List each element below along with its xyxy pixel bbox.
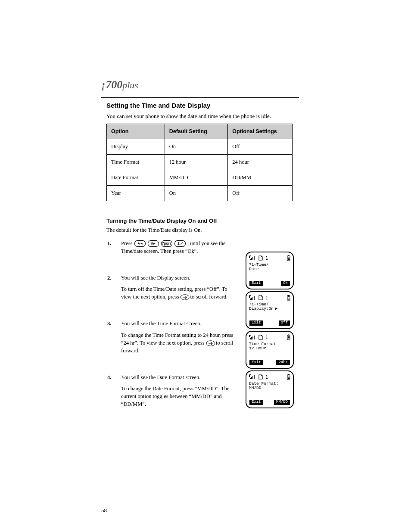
table-row: Time Format12 hour24 hour: [107, 154, 293, 170]
battery-icon: [287, 255, 290, 261]
svg-rect-10: [288, 298, 290, 299]
step-number: 1.: [107, 240, 111, 247]
page-number: 58: [101, 507, 107, 514]
screen-stack: 1 71=Time/ Date Exit Ok 1 71=Time/ Displ…: [246, 252, 294, 410]
seven-key-icon: 7pqrs: [161, 240, 172, 247]
softkey-right: Off: [279, 320, 290, 326]
svg-rect-6: [288, 259, 290, 260]
svg-rect-20: [288, 377, 290, 378]
svg-rect-19: [288, 376, 290, 376]
softkey-left: Exit: [249, 400, 263, 405]
svg-rect-11: [288, 299, 290, 300]
section-title: Setting the Time and Date Display: [106, 102, 299, 109]
signal-icon: [249, 374, 256, 380]
svg-rect-8: [288, 295, 290, 296]
softkey-left: Exit: [249, 360, 263, 365]
signal-icon: [249, 335, 256, 340]
softkey-right: 24hr: [276, 360, 290, 365]
doc-icon: [258, 374, 263, 380]
softkey-right: MM/DD: [274, 400, 290, 405]
battery-icon: [287, 374, 290, 380]
scroll-right-icon: [206, 340, 215, 346]
product-logo: ¡700plus: [101, 78, 138, 91]
softkey-left: Exit: [249, 281, 263, 286]
svg-rect-15: [288, 337, 290, 338]
intro-text: You can set your phone to show the date …: [106, 112, 299, 120]
th-default: Default Setting: [165, 124, 228, 139]
step-item: 2. You will see the Display screen. To t…: [121, 274, 237, 301]
th-optional: Optional Settings: [228, 124, 293, 139]
doc-icon: [258, 335, 263, 340]
battery-icon: [287, 334, 290, 340]
svg-rect-9: [288, 296, 290, 297]
table-row: Date FormatMM/DDDD/MM: [107, 170, 293, 185]
th-option: Option: [107, 124, 165, 139]
svg-rect-14: [288, 336, 290, 337]
one-key-icon: 1.-': [174, 240, 186, 247]
star-key-icon: ★◂: [134, 240, 146, 247]
svg-rect-13: [288, 335, 290, 336]
softkey-right: Ok: [281, 281, 290, 286]
svg-rect-3: [288, 255, 290, 256]
screen-display: 1 71=Time/ Display:On▶ Exit Off: [246, 291, 294, 329]
subheading: Turning the Time/Date Display On and Off: [106, 218, 299, 224]
step-item: 1. Press ★◂ #▸ 7pqrs 1.-' , until you se…: [121, 240, 237, 255]
scroll-right-icon: [180, 294, 189, 300]
battery-icon: [287, 295, 290, 301]
options-table: Option Default Setting Optional Settings…: [106, 124, 293, 201]
screen-time-date: 1 71=Time/ Date Exit Ok: [246, 252, 294, 289]
signal-icon: [249, 295, 256, 300]
screen-line: 12 Hour: [249, 346, 290, 351]
screen-time-format: 1 Time Format 12 Hour Exit 24hr: [246, 331, 294, 369]
svg-rect-4: [288, 257, 290, 258]
step-number: 2.: [107, 274, 111, 282]
svg-rect-16: [288, 339, 290, 339]
softkey-left: Exit: [249, 320, 263, 326]
page-header: ¡700plus: [101, 78, 299, 98]
svg-rect-21: [288, 378, 290, 379]
table-row: DisplayOnOff: [107, 139, 293, 154]
status-one: 1: [265, 256, 268, 261]
doc-icon: [258, 295, 263, 300]
svg-rect-5: [288, 258, 290, 259]
triangle-right-icon: ▶: [275, 307, 277, 311]
hash-key-icon: #▸: [148, 240, 159, 247]
screen-line: MM/DD: [249, 386, 290, 390]
screen-line: Display:On: [249, 306, 274, 311]
step-item: 4. You will see the Date Format screen. …: [121, 373, 237, 408]
screen-statusbar: 1: [249, 255, 290, 261]
step-number: 3.: [107, 320, 111, 327]
step-item: 3. You will see the Time Format screen. …: [121, 320, 237, 355]
table-row: YearOnOff: [107, 185, 293, 201]
svg-rect-18: [288, 374, 290, 375]
screen-line: Date: [249, 267, 290, 271]
doc-icon: [258, 255, 263, 261]
step-number: 4.: [107, 373, 111, 381]
body-text: The default for the Time/Date display is…: [106, 227, 299, 233]
signal-icon: [249, 255, 256, 261]
screen-date-format: 1 Date Format: MM/DD Exit MM/DD: [246, 370, 294, 408]
